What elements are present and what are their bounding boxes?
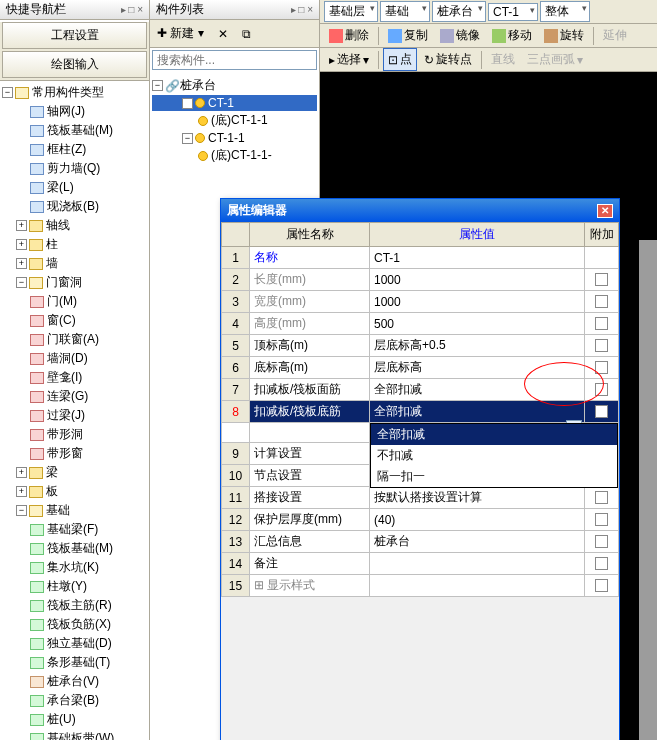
new-button[interactable]: ✚ 新建 ▾ bbox=[152, 22, 209, 45]
tree-item[interactable]: −门窗洞 bbox=[2, 273, 147, 292]
tree-item[interactable]: 筏板负筋(X) bbox=[2, 615, 147, 634]
select-button[interactable]: ▸ 选择 ▾ bbox=[324, 48, 374, 71]
comp-root[interactable]: −🔗 桩承台 bbox=[152, 76, 317, 95]
delete-button[interactable]: 删除 bbox=[324, 24, 374, 47]
tree-item[interactable]: 桩(U) bbox=[2, 710, 147, 729]
tree-item[interactable]: 带形窗 bbox=[2, 444, 147, 463]
tree-item[interactable]: +板 bbox=[2, 482, 147, 501]
tree-item[interactable]: 柱墩(Y) bbox=[2, 577, 147, 596]
draw-input-button[interactable]: 绘图输入 bbox=[2, 51, 147, 78]
tree-item[interactable]: 基础板带(W) bbox=[2, 729, 147, 740]
prop-row[interactable]: 5顶标高(m)层底标高+0.5 bbox=[222, 335, 619, 357]
tree-item[interactable]: 筏板主筋(R) bbox=[2, 596, 147, 615]
checkbox[interactable] bbox=[595, 339, 608, 352]
mirror-button[interactable]: 镜像 bbox=[435, 24, 485, 47]
search-input[interactable] bbox=[152, 50, 317, 70]
checkbox[interactable] bbox=[595, 579, 608, 592]
prop-row[interactable]: 15⊞ 显示样式 bbox=[222, 575, 619, 597]
move-button[interactable]: 移动 bbox=[487, 24, 537, 47]
checkbox[interactable] bbox=[595, 557, 608, 570]
copy-icon[interactable]: ⧉ bbox=[237, 24, 256, 44]
tree-item[interactable]: 现浇板(B) bbox=[2, 197, 147, 216]
point-button[interactable]: ⊡ 点 bbox=[383, 48, 417, 71]
comp-item[interactable]: −CT-1-1 bbox=[152, 130, 317, 146]
tree-item[interactable]: 门(M) bbox=[2, 292, 147, 311]
tree-item[interactable]: 轴网(J) bbox=[2, 102, 147, 121]
tree-item[interactable]: +梁 bbox=[2, 463, 147, 482]
checkbox[interactable] bbox=[595, 317, 608, 330]
tree-item[interactable]: 壁龛(I) bbox=[2, 368, 147, 387]
comp-tree[interactable]: −🔗 桩承台−CT-1(底)CT-1-1−CT-1-1(底)CT-1-1- bbox=[150, 72, 319, 169]
tree-item[interactable]: 条形基础(T) bbox=[2, 653, 147, 672]
tree-item[interactable]: 基础梁(F) bbox=[2, 520, 147, 539]
floor-select[interactable]: 基础层 bbox=[324, 1, 378, 22]
dropdown-list[interactable]: 全部扣减不扣减隔一扣一 bbox=[370, 423, 618, 488]
prop-row[interactable]: 12保护层厚度(mm)(40) bbox=[222, 509, 619, 531]
prop-title-bar[interactable]: 属性编辑器 ✕ bbox=[221, 199, 619, 222]
property-editor: 属性编辑器 ✕ 属性名称 属性值 附加 1名称CT-12长度(mm)10003宽… bbox=[220, 198, 620, 740]
comp-item[interactable]: (底)CT-1-1 bbox=[152, 111, 317, 130]
prop-row[interactable]: 4高度(mm)500 bbox=[222, 313, 619, 335]
comp-title-bar: 构件列表 ▸ □ × bbox=[150, 0, 319, 20]
tree-item[interactable]: 筏板基础(M) bbox=[2, 539, 147, 558]
comp-item[interactable]: (底)CT-1-1- bbox=[152, 146, 317, 165]
close-button[interactable]: ✕ bbox=[597, 204, 613, 218]
prop-row[interactable]: 6底标高(m)层底标高 bbox=[222, 357, 619, 379]
tree-item[interactable]: 窗(C) bbox=[2, 311, 147, 330]
tree-item[interactable]: 连梁(G) bbox=[2, 387, 147, 406]
view-select[interactable]: 整体 bbox=[540, 1, 590, 22]
prop-row[interactable]: 7扣减板/筏板面筋全部扣减 bbox=[222, 379, 619, 401]
comp-pin-icons[interactable]: ▸ □ × bbox=[291, 4, 313, 15]
checkbox[interactable] bbox=[595, 383, 608, 396]
checkbox[interactable] bbox=[595, 361, 608, 374]
tree-root[interactable]: −常用构件类型 bbox=[2, 83, 147, 102]
canvas-gutter bbox=[639, 240, 657, 740]
prop-row[interactable]: 14备注 bbox=[222, 553, 619, 575]
prop-row[interactable]: 1名称CT-1 bbox=[222, 247, 619, 269]
tree-item[interactable]: +轴线 bbox=[2, 216, 147, 235]
tree-item[interactable]: 独立基础(D) bbox=[2, 634, 147, 653]
tree-item[interactable]: 墙洞(D) bbox=[2, 349, 147, 368]
toolbar-area: 基础层 基础 桩承台 CT-1 整体 删除 复制 镜像 移动 旋转 延伸 ▸ 选… bbox=[320, 0, 657, 72]
tree-item[interactable]: 剪力墙(Q) bbox=[2, 159, 147, 178]
comp-item[interactable]: −CT-1 bbox=[152, 95, 317, 111]
col-extra: 附加 bbox=[585, 223, 619, 247]
checkbox[interactable] bbox=[595, 491, 608, 504]
prop-row[interactable]: 13汇总信息桩承台 bbox=[222, 531, 619, 553]
dropdown-option[interactable]: 全部扣减 bbox=[371, 424, 617, 445]
tree-item[interactable]: +墙 bbox=[2, 254, 147, 273]
dropdown-option[interactable]: 隔一扣一 bbox=[371, 466, 617, 487]
checkbox[interactable] bbox=[595, 513, 608, 526]
tree-item[interactable]: 过梁(J) bbox=[2, 406, 147, 425]
dropdown-option[interactable]: 不扣减 bbox=[371, 445, 617, 466]
checkbox[interactable] bbox=[595, 405, 608, 418]
prop-row[interactable]: 8扣减板/筏板底筋全部扣减▼ bbox=[222, 401, 619, 423]
tree-item[interactable]: 承台梁(B) bbox=[2, 691, 147, 710]
component-select[interactable]: CT-1 bbox=[488, 3, 538, 21]
type-select[interactable]: 桩承台 bbox=[432, 1, 486, 22]
nav-tree[interactable]: −常用构件类型轴网(J)筏板基础(M)框柱(Z)剪力墙(Q)梁(L)现浇板(B)… bbox=[0, 81, 149, 740]
prop-row[interactable]: 3宽度(mm)1000 bbox=[222, 291, 619, 313]
tree-item[interactable]: 集水坑(K) bbox=[2, 558, 147, 577]
prop-row[interactable]: 11搭接设置按默认搭接设置计算 bbox=[222, 487, 619, 509]
tree-item[interactable]: 梁(L) bbox=[2, 178, 147, 197]
project-settings-button[interactable]: 工程设置 bbox=[2, 22, 147, 49]
prop-row[interactable]: 2长度(mm)1000 bbox=[222, 269, 619, 291]
tree-item[interactable]: 筏板基础(M) bbox=[2, 121, 147, 140]
tree-item[interactable]: +柱 bbox=[2, 235, 147, 254]
tree-item[interactable]: 桩承台(V) bbox=[2, 672, 147, 691]
close-icon[interactable]: ✕ bbox=[213, 24, 233, 44]
tree-item[interactable]: 框柱(Z) bbox=[2, 140, 147, 159]
tree-item[interactable]: −基础 bbox=[2, 501, 147, 520]
edit-row: 删除 复制 镜像 移动 旋转 延伸 bbox=[320, 24, 657, 48]
checkbox[interactable] bbox=[595, 273, 608, 286]
category-select[interactable]: 基础 bbox=[380, 1, 430, 22]
nav-pin-icons[interactable]: ▸ □ × bbox=[121, 4, 143, 15]
checkbox[interactable] bbox=[595, 295, 608, 308]
copy-button[interactable]: 复制 bbox=[383, 24, 433, 47]
tree-item[interactable]: 门联窗(A) bbox=[2, 330, 147, 349]
checkbox[interactable] bbox=[595, 535, 608, 548]
tree-item[interactable]: 带形洞 bbox=[2, 425, 147, 444]
rotate-button[interactable]: 旋转 bbox=[539, 24, 589, 47]
rotate-point-button[interactable]: ↻ 旋转点 bbox=[419, 48, 477, 71]
